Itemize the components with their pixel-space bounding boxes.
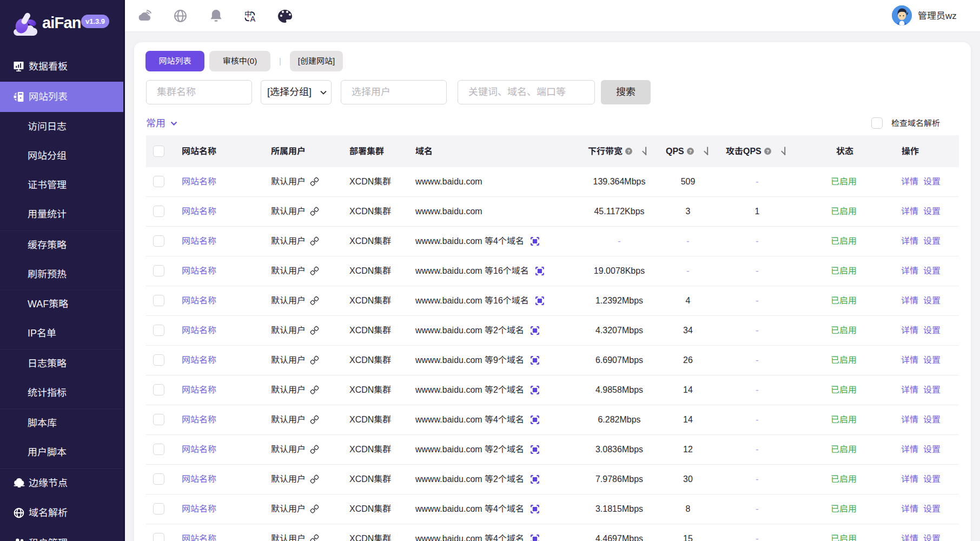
svg-text:?: ? — [766, 149, 770, 154]
svg-text:?: ? — [627, 149, 631, 154]
svg-text:?: ? — [689, 149, 692, 154]
svg-text:A: A — [250, 14, 256, 23]
